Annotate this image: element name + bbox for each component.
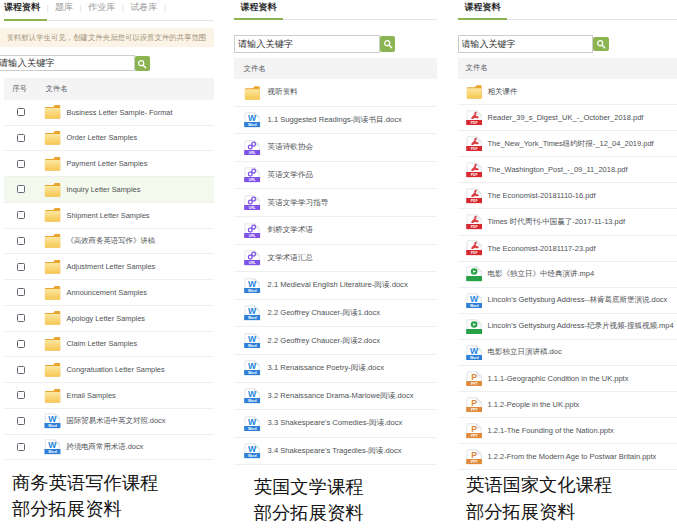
file-name[interactable]: 1.2.1-The Founding of the Nation.pptx [487, 426, 613, 435]
tab-course-materials[interactable]: 课程资料 [241, 1, 277, 14]
file-name[interactable]: Order Letter Samples [66, 133, 137, 142]
file-row[interactable]: Lincoln's Gettysburg Address--林肯葛底斯堡演说.d… [458, 288, 677, 314]
file-name[interactable]: 电影独立日演讲稿.doc [487, 347, 561, 357]
file-row[interactable]: 1.2.2-From the Modern Age to Postwar Bri… [458, 444, 677, 470]
file-name[interactable]: 3.2 Renaissance Drama-Marlowe阅读.docx [268, 391, 414, 401]
file-name[interactable]: Apology Letter Samples [66, 314, 144, 323]
file-name[interactable]: 1.1.2-People in the UK.pptx [487, 400, 579, 409]
file-row[interactable]: Reader_39_s_Digest_UK_-_October_2018.pdf [458, 105, 677, 131]
file-name[interactable]: 1.1.1-Geographic Condition in the UK.ppt… [487, 374, 628, 383]
row-checkbox[interactable] [17, 263, 25, 271]
file-name[interactable]: 剑桥文学术语 [268, 225, 314, 235]
tab-homework-bank[interactable]: 作业库 [88, 1, 115, 14]
search-button[interactable] [135, 56, 150, 71]
file-name[interactable]: 2.1 Medieval English Literature-阅读.docx [268, 280, 408, 290]
search-button[interactable] [380, 36, 395, 52]
file-name[interactable]: Shipment Letter Samples [66, 211, 149, 220]
file-row[interactable]: 剑桥文学术语 [234, 217, 437, 245]
file-row[interactable]: 电影独立日演讲稿.doc [458, 340, 677, 366]
file-row[interactable]: Claim Letter Samples [4, 332, 214, 358]
file-name[interactable]: 1.1 Suggested Readings-阅读书目.docx [268, 115, 402, 125]
row-checkbox[interactable] [17, 185, 25, 193]
file-name[interactable]: 英语诗歌协会 [268, 142, 314, 152]
file-row[interactable]: Congratuation Letter Samples [4, 357, 214, 383]
row-checkbox[interactable] [17, 366, 25, 374]
search-input[interactable] [234, 35, 380, 52]
file-name[interactable]: Email Samples [66, 391, 115, 400]
file-row[interactable]: 3.4 Shakespeare's Tragedies-阅读.docx [234, 438, 437, 466]
file-row[interactable]: 《高效商务英语写作》讲稿 [4, 229, 214, 255]
file-row[interactable]: Announcement Samples [4, 280, 214, 306]
row-checkbox[interactable] [17, 288, 25, 296]
file-name[interactable]: 《高效商务英语写作》讲稿 [66, 236, 155, 246]
row-checkbox[interactable] [17, 340, 25, 348]
file-row[interactable]: 3.1 Renaissance Poetry-阅读.docx [234, 355, 437, 383]
file-row[interactable]: 1.1.2-People in the UK.pptx [458, 392, 677, 418]
file-name[interactable]: Adjustment Letter Samples [66, 262, 155, 271]
file-row[interactable]: 跨境电商常用术语.docx [4, 435, 214, 461]
file-name[interactable]: The_New_York_Times纽约时报-_12_04_2019.pdf [487, 139, 653, 149]
file-row[interactable]: Order Letter Samples [4, 126, 214, 152]
search-input[interactable] [458, 35, 593, 53]
file-row[interactable]: 1.2.1-The Founding of the Nation.pptx [458, 418, 677, 444]
file-row[interactable]: 1.1 Suggested Readings-阅读书目.docx [234, 107, 437, 135]
file-name[interactable]: Payment Letter Samples [66, 159, 147, 168]
file-row[interactable]: 3.2 Renaissance Drama-Marlowe阅读.docx [234, 383, 437, 411]
tab-course-materials[interactable]: 课程资料 [4, 1, 40, 14]
file-row[interactable]: 文学术语汇总 [234, 245, 437, 273]
file-row[interactable]: The_New_York_Times纽约时报-_12_04_2019.pdf [458, 131, 677, 157]
file-row[interactable]: 视听资料 [234, 79, 437, 107]
row-checkbox[interactable] [17, 443, 25, 451]
file-name[interactable]: 英语文学作品 [268, 170, 314, 180]
search-button[interactable] [593, 37, 609, 52]
tab-question-bank[interactable]: 题库 [55, 1, 73, 14]
file-row[interactable]: Email Samples [4, 383, 214, 409]
file-name[interactable]: 跨境电商常用术语.docx [66, 442, 143, 452]
file-name[interactable]: 1.2.2-From the Modern Age to Postwar Bri… [487, 452, 656, 461]
file-name[interactable]: Congratuation Letter Samples [66, 365, 164, 374]
file-name[interactable]: 英语文学学习指导 [268, 198, 329, 208]
row-checkbox[interactable] [17, 391, 25, 399]
file-row[interactable]: Adjustment Letter Samples [4, 254, 214, 280]
file-name[interactable]: Lincoln's Gettysburg Address--林肯葛底斯堡演说.d… [487, 295, 667, 305]
tab-exam-bank[interactable]: 试卷库 [130, 1, 157, 14]
file-row[interactable]: Business Letter Sample- Format [4, 100, 214, 126]
file-name[interactable]: The Economist-20181110-16.pdf [487, 191, 595, 200]
file-name[interactable]: Business Letter Sample- Format [66, 108, 172, 117]
tab-course-materials[interactable]: 课程资料 [464, 1, 500, 14]
file-name[interactable]: Reader_39_s_Digest_UK_-_October_2018.pdf [487, 113, 643, 122]
file-name[interactable]: 电影《独立日》中经典演讲.mp4 [487, 269, 594, 279]
file-row[interactable]: Lincoln's Gettysburg Address-纪录片视频-搜狐视频.… [458, 314, 677, 340]
file-row[interactable]: 2.2 Geoffrey Chaucer-阅读1.docx [234, 300, 437, 328]
row-checkbox[interactable] [17, 211, 25, 219]
file-name[interactable]: 2.2 Geoffrey Chaucer-阅读1.docx [268, 308, 381, 318]
file-name[interactable]: Times 时代周刊-中国赢了-2017-11-13.pdf [487, 217, 625, 227]
row-checkbox[interactable] [17, 237, 25, 245]
file-name[interactable]: The_Washington_Post_-_09_11_2018.pdf [487, 165, 627, 174]
file-row[interactable]: The_Washington_Post_-_09_11_2018.pdf [458, 157, 677, 183]
file-row[interactable]: Payment Letter Samples [4, 151, 214, 177]
file-row[interactable]: 3.3 Shakespeare's Comedies-阅读.docx [234, 410, 437, 438]
file-name[interactable]: 相关课件 [487, 87, 517, 97]
file-row[interactable]: The Economist-20181117-23.pdf [458, 236, 677, 262]
file-row[interactable]: 英语文学作品 [234, 162, 437, 190]
search-input[interactable] [0, 55, 135, 71]
file-row[interactable]: 相关课件 [458, 79, 677, 105]
file-name[interactable]: Claim Letter Samples [66, 339, 137, 348]
row-checkbox[interactable] [17, 314, 25, 322]
file-name[interactable]: 视听资料 [268, 87, 298, 97]
file-name[interactable]: Lincoln's Gettysburg Address-纪录片视频-搜狐视频.… [487, 321, 673, 331]
file-row[interactable]: 英语文学学习指导 [234, 189, 437, 217]
file-name[interactable]: 文学术语汇总 [268, 253, 314, 263]
file-row[interactable]: 国际贸易术语中英文对照.docx [4, 409, 214, 435]
file-name[interactable]: Inquiry Letter Samples [66, 185, 140, 194]
file-row[interactable]: Times 时代周刊-中国赢了-2017-11-13.pdf [458, 209, 677, 235]
file-row[interactable]: 1.1.1-Geographic Condition in the UK.ppt… [458, 366, 677, 392]
row-checkbox[interactable] [17, 134, 25, 142]
file-name[interactable]: 3.4 Shakespeare's Tragedies-阅读.docx [268, 446, 402, 456]
file-row[interactable]: Shipment Letter Samples [4, 203, 214, 229]
file-row[interactable]: The Economist-20181110-16.pdf [458, 183, 677, 209]
file-name[interactable]: 3.1 Renaissance Poetry-阅读.docx [268, 363, 385, 373]
file-row[interactable]: 英语诗歌协会 [234, 134, 437, 162]
file-row[interactable]: Apology Letter Samples [4, 306, 214, 332]
